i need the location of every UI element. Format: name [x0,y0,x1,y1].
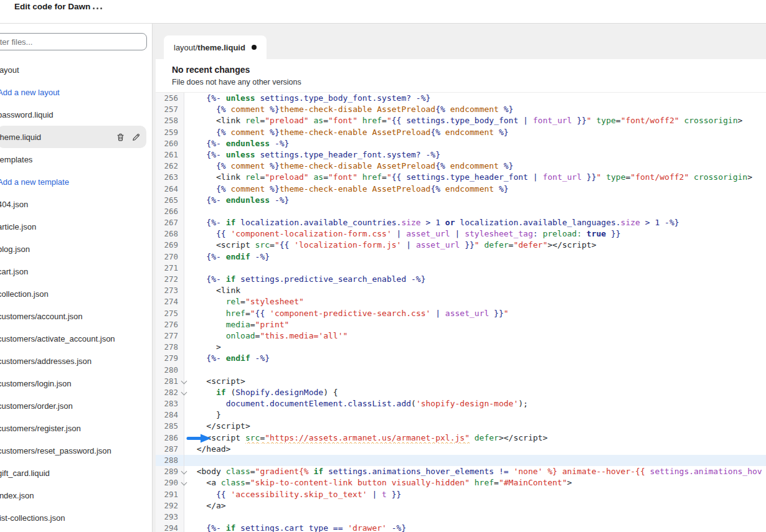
code-line-287[interactable]: 287 </head> [156,444,766,455]
code-text[interactable]: > [184,342,766,353]
code-line-263[interactable]: 263 <link rel="preload" as="font" href="… [156,172,766,183]
code-line-257[interactable]: 257 {% comment %}theme-check-disable Ass… [156,104,766,115]
code-text[interactable]: rel="stylesheet" [184,296,766,307]
code-text[interactable]: <body class="gradient{% if settings.anim… [184,466,766,477]
code-line-272[interactable]: 272 {%- if settings.predictive_search_en… [156,274,766,285]
code-text[interactable]: </script> [184,421,766,432]
code-text[interactable]: {%- endunless -%} [184,138,766,149]
more-actions-button[interactable] [90,4,105,12]
code-line-289[interactable]: 289 <body class="gradient{% if settings.… [156,466,766,477]
code-text[interactable] [184,511,766,523]
code-line-294[interactable]: 294 {%- if settings.cart_type == 'drawer… [156,523,766,532]
code-text[interactable]: onload="this.media='all'" [184,330,766,342]
code-text[interactable]: {% comment %}theme-check-enable AssetPre… [184,127,766,138]
sidebar-section-layout[interactable]: layout [0,58,152,81]
file-customers-activate-account-json[interactable]: customers/activate_account.json [0,327,152,350]
edit-icon[interactable] [131,133,141,142]
file-collection-json[interactable]: collection.json [0,282,152,305]
file-list-collections-json[interactable]: list-collections.json [0,506,152,529]
code-text[interactable]: {%- endunless -%} [184,195,766,206]
code-text[interactable]: {{ 'accessibility.skip_to_text' | t }} [184,489,766,500]
code-line-291[interactable]: 291 {{ 'accessibility.skip_to_text' | t … [156,489,766,500]
code-line-269[interactable]: 269 <script src="{{ 'localization-form.j… [156,240,766,251]
code-text[interactable]: <script src="{{ 'localization-form.js' |… [184,240,766,251]
code-line-268[interactable]: 268 {{ 'component-localization-form.css'… [156,228,766,240]
file-customers-order-json[interactable]: customers/order.json [0,394,152,417]
file-theme-liquid[interactable]: theme.liquid [0,126,146,148]
file-customers-addresses-json[interactable]: customers/addresses.json [0,350,152,372]
code-text[interactable]: <link [184,285,766,296]
code-text[interactable]: {% comment %}theme-check-enable AssetPre… [184,184,766,195]
code-text[interactable]: {% comment %}theme-check-disable AssetPr… [184,104,766,115]
code-text[interactable]: <link rel="preload" as="font" href="{{ s… [184,115,766,126]
code-text[interactable]: </head> [184,444,766,455]
code-line-278[interactable]: 278 > [156,342,766,353]
file-customers-account-json[interactable]: customers/account.json [0,305,152,327]
code-line-284[interactable]: 284 } [156,409,766,421]
code-line-276[interactable]: 276 media="print" [156,319,766,330]
code-line-260[interactable]: 260 {%- endunless -%} [156,138,766,149]
code-text[interactable]: </a> [184,500,766,511]
code-line-273[interactable]: 273 <link [156,285,766,296]
code-text[interactable]: {%- unless settings.type_body_font.syste… [184,93,766,104]
code-text[interactable]: href="{{ 'component-predictive-search.cs… [184,308,766,319]
trash-icon[interactable] [116,133,125,142]
file-password-liquid[interactable]: password.liquid [0,103,152,126]
code-text[interactable]: {%- if settings.predictive_search_enable… [184,274,766,285]
code-line-256[interactable]: 256 {%- unless settings.type_body_font.s… [156,93,766,104]
code-line-259[interactable]: 259 {% comment %}theme-check-enable Asse… [156,127,766,138]
file-gift-card-liquid[interactable]: gift_card.liquid [0,462,152,484]
file-customers-register-json[interactable]: customers/register.json [0,417,152,439]
code-text[interactable]: document.documentElement.classList.add('… [184,398,766,409]
code-text[interactable]: if (Shopify.designMode) { [184,387,766,398]
code-text[interactable] [184,365,766,376]
code-line-279[interactable]: 279 {%- endif -%} [156,353,766,364]
code-text[interactable]: {%- endif -%} [184,353,766,364]
file-cart-json[interactable]: cart.json [0,260,152,282]
code-text[interactable]: {%- unless settings.type_header_font.sys… [184,149,766,161]
code-line-261[interactable]: 261 {%- unless settings.type_header_font… [156,149,766,161]
code-line-271[interactable]: 271 [156,263,766,274]
code-text[interactable] [184,455,766,466]
code-line-258[interactable]: 258 <link rel="preload" as="font" href="… [156,115,766,126]
code-line-288[interactable]: 288 [156,455,766,466]
code-line-282[interactable]: 282 if (Shopify.designMode) { [156,387,766,398]
code-text[interactable] [184,206,766,217]
filter-files-input[interactable] [0,33,147,50]
code-text[interactable]: {% comment %}theme-check-disable AssetPr… [184,161,766,172]
code-line-283[interactable]: 283 document.documentElement.classList.a… [156,398,766,409]
code-text[interactable]: {%- if localization.available_countries.… [184,217,766,228]
code-line-262[interactable]: 262 {% comment %}theme-check-disable Ass… [156,161,766,172]
code-editor[interactable]: 256 {%- unless settings.type_body_font.s… [156,93,766,532]
tab-theme-liquid[interactable]: layout/theme.liquid [164,35,267,59]
code-text[interactable]: <script> [184,376,766,387]
code-line-264[interactable]: 264 {% comment %}theme-check-enable Asse… [156,184,766,195]
code-line-266[interactable]: 266 [156,206,766,217]
code-line-270[interactable]: 270 {%- endif -%} [156,251,766,263]
code-line-290[interactable]: 290 <a class="skip-to-content-link butto… [156,477,766,488]
code-text[interactable]: } [184,409,766,421]
file-article-json[interactable]: article.json [0,215,152,238]
code-text[interactable]: {{ 'component-localization-form.css' | a… [184,228,766,240]
sidebar-section-templates[interactable]: templates [0,148,152,170]
code-line-274[interactable]: 274 rel="stylesheet" [156,296,766,307]
add-layout-link[interactable]: Add a new layout [0,81,152,103]
code-text[interactable]: media="print" [184,319,766,330]
code-line-281[interactable]: 281 <script> [156,376,766,387]
code-text[interactable]: <script src="https://assets.armanet.us/a… [184,432,766,444]
file-customers-login-json[interactable]: customers/login.json [0,372,152,394]
file-customers-reset-password-json[interactable]: customers/reset_password.json [0,439,152,462]
code-text[interactable] [184,263,766,274]
code-text[interactable]: <a class="skip-to-content-link button vi… [184,477,766,488]
file-404-json[interactable]: 404.json [0,193,152,215]
code-text[interactable]: {%- endif -%} [184,251,766,263]
code-line-285[interactable]: 285 </script> [156,421,766,432]
code-line-267[interactable]: 267 {%- if localization.available_countr… [156,217,766,228]
file-index-json[interactable]: index.json [0,484,152,506]
code-line-293[interactable]: 293 [156,511,766,523]
code-line-277[interactable]: 277 onload="this.media='all'" [156,330,766,342]
code-line-275[interactable]: 275 href="{{ 'component-predictive-searc… [156,308,766,319]
add-template-link[interactable]: Add a new template [0,170,152,193]
file-blog-json[interactable]: blog.json [0,238,152,260]
code-line-265[interactable]: 265 {%- endunless -%} [156,195,766,206]
